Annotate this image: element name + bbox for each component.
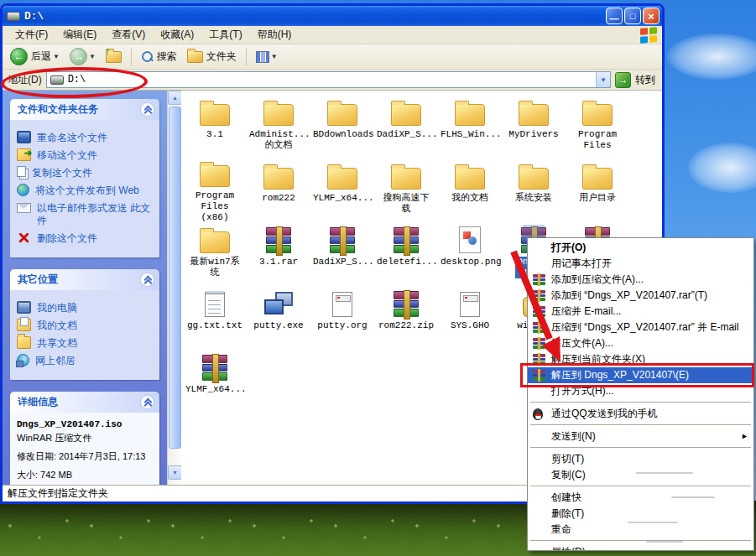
chevron-down-icon: ▼ (600, 76, 607, 84)
file-item[interactable]: DadiXP_S... (374, 96, 438, 159)
file-item[interactable]: 3.1.rar (247, 223, 310, 287)
file-item[interactable]: 3.1 (183, 96, 247, 159)
rar-icon (533, 274, 545, 285)
details-panel: 详细信息 Dngs_XP_V201407.iso WinRAR 压缩文件 修改日… (10, 392, 159, 485)
file-item[interactable]: DadiXP_S... (310, 223, 374, 287)
file-item[interactable]: gg.txt.txt (183, 287, 247, 351)
views-button[interactable]: ▼ (252, 49, 282, 65)
context-menu-item[interactable]: 剪切(T) (528, 451, 753, 467)
menu-separator (530, 447, 751, 448)
file-item[interactable]: putty.org (310, 287, 374, 351)
menubar-item[interactable]: 工具(T) (201, 27, 249, 42)
context-menu-label: 解压到当前文件夹(X) (551, 353, 645, 365)
address-input[interactable]: D:\ ▼ (46, 71, 611, 88)
context-menu-item[interactable]: 用记事本打开 (528, 256, 753, 272)
file-item[interactable]: putty.exe (247, 287, 310, 351)
file-task-item[interactable]: 移动这个文件 (17, 148, 155, 162)
context-menu-item[interactable]: 通过QQ发送到我的手机 (528, 406, 753, 422)
file-item[interactable]: MyDrivers (502, 96, 566, 159)
other-places-header[interactable]: 其它位置 (10, 269, 159, 290)
details-header[interactable]: 详细信息 (10, 392, 159, 413)
network-icon (17, 354, 29, 366)
minimize-button[interactable]: — (606, 8, 623, 24)
context-menu-item[interactable]: 创建快 (528, 490, 753, 506)
file-item[interactable]: Program Files (566, 96, 629, 159)
menubar-item[interactable]: 查看(V) (104, 27, 153, 42)
context-menu-item[interactable]: 打开(O) (528, 240, 753, 256)
file-task-item[interactable]: 重命名这个文件 (17, 131, 155, 144)
context-menu-label: 重命 (551, 523, 571, 535)
file-item[interactable]: deletefi... (374, 223, 438, 287)
context-menu-item[interactable]: 压缩到 “Dngs_XP_V201407.rar” 并 E-mail (528, 320, 753, 335)
context-menu-item[interactable]: 解压到当前文件夹(X) (528, 351, 753, 367)
maximize-button[interactable]: □ (624, 8, 641, 24)
address-value: D:\ (68, 74, 592, 86)
context-menu-item[interactable]: 解压到 Dngs_XP_V201407\(E) (528, 367, 753, 383)
file-label: BDdownloads (311, 129, 373, 140)
context-menu-item[interactable]: 发送到(N)► (528, 429, 753, 444)
menubar-item[interactable]: 帮助(H) (250, 27, 300, 42)
file-item[interactable]: 最新win7系 统 (183, 223, 247, 287)
file-item[interactable]: desktop.png (438, 223, 502, 287)
menubar-item[interactable]: 收藏(A) (153, 27, 201, 42)
file-item[interactable]: SYS.GHO (438, 287, 502, 351)
context-menu-item[interactable]: 重命 (528, 522, 753, 538)
folder-file-icon (200, 165, 230, 187)
forward-button[interactable]: → ▼ (65, 46, 100, 67)
file-label: 最新win7系 统 (188, 257, 241, 278)
context-menu-item[interactable]: 添加到 “Dngs_XP_V201407.rar”(T) (528, 288, 753, 304)
file-label: 系统安装 (514, 193, 554, 204)
context-menu-item[interactable]: 添加到压缩文件(A)... (528, 272, 753, 288)
search-button[interactable]: 搜索 (137, 48, 181, 65)
context-menu-item[interactable]: 复制(C) (528, 467, 753, 483)
folders-button[interactable]: 文件夹 (183, 48, 241, 65)
collapse-chevron-icon[interactable] (140, 395, 154, 409)
file-item[interactable]: 我的文档 (438, 159, 502, 223)
other-place-item[interactable]: 网上邻居 (17, 354, 155, 367)
go-button[interactable]: → (615, 72, 631, 88)
file-tasks-header[interactable]: 文件和文件夹任务 (10, 99, 159, 120)
collapse-chevron-icon[interactable] (140, 102, 154, 117)
other-place-item[interactable]: 我的电脑 (17, 301, 155, 314)
other-place-item[interactable]: 共享文档 (17, 336, 155, 350)
file-task-label: 将这个文件发布到 Web (35, 184, 139, 197)
file-item[interactable]: YLMF_x64... (183, 351, 247, 414)
menubar-item[interactable]: 文件(F) (8, 27, 55, 42)
other-place-item[interactable]: 我的文档 (17, 319, 155, 332)
context-menu-item[interactable]: 打开方式(H)... (528, 383, 753, 399)
file-item[interactable]: Program Files (x86) (183, 159, 247, 223)
scroll-down-button[interactable]: ▼ (168, 465, 182, 480)
context-menu-item[interactable]: 删除(T) (528, 506, 753, 522)
address-dropdown-button[interactable]: ▼ (596, 72, 610, 87)
folder-file-icon (200, 104, 230, 126)
title-bar[interactable]: D:\ — □ × (3, 6, 662, 26)
context-menu-label: 解压到 Dngs_XP_V201407\(E) (551, 369, 689, 381)
menubar-item[interactable]: 编辑(E) (55, 27, 104, 42)
file-task-item[interactable]: 以电子邮件形式发送 此文件 (17, 201, 155, 227)
file-task-item[interactable]: 复制这个文件 (17, 166, 155, 179)
file-item[interactable]: Administ... 的文档 (247, 96, 310, 159)
mydocs-icon (17, 319, 31, 331)
file-task-item[interactable]: 删除这个文件 (17, 231, 155, 245)
close-button[interactable]: × (643, 8, 660, 24)
context-menu-item[interactable]: 解压文件(A)... (528, 335, 753, 351)
vertical-scrollbar[interactable]: ▲ ▼ (167, 91, 181, 485)
up-button[interactable]: ↑ (102, 49, 126, 65)
file-item[interactable]: YLMF_x64... (310, 159, 374, 223)
file-label: Administ... 的文档 (248, 129, 310, 151)
file-task-item[interactable]: 将这个文件发布到 Web (17, 184, 155, 197)
context-menu-item[interactable]: 压缩并 E-mail... (528, 304, 753, 320)
file-item[interactable]: FLHS_Win... (438, 96, 502, 159)
scrollbar-thumb[interactable] (169, 107, 181, 449)
details-filename: Dngs_XP_V201407.iso (17, 419, 155, 429)
collapse-chevron-icon[interactable] (140, 273, 154, 287)
back-button[interactable]: ← 后退 ▼ (6, 46, 64, 67)
file-item[interactable]: 用户目录 (566, 159, 629, 223)
file-item[interactable]: rom222 (247, 159, 310, 223)
context-menu-item[interactable]: 属性(R) (528, 544, 753, 551)
scroll-up-button[interactable]: ▲ (168, 91, 182, 105)
file-item[interactable]: rom222.zip (374, 287, 438, 351)
file-item[interactable]: 系统安装 (502, 159, 566, 223)
file-item[interactable]: 搜狗高速下 载 (374, 159, 438, 223)
file-item[interactable]: BDdownloads (310, 96, 374, 159)
